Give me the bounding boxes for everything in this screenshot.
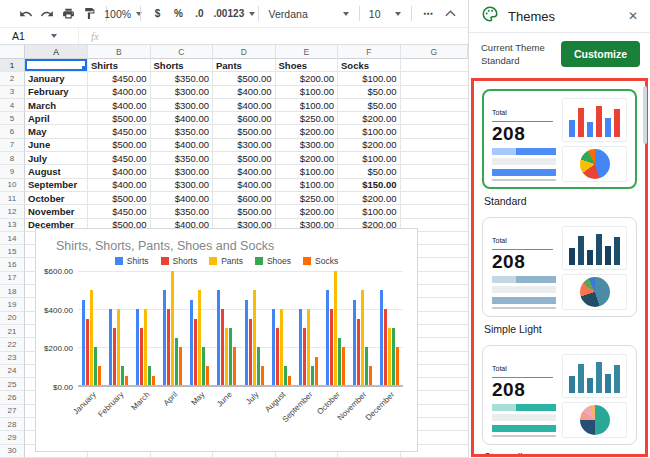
- cell-F9[interactable]: $50.00: [338, 165, 401, 178]
- cell-D9[interactable]: $400.00: [213, 165, 276, 178]
- cell-F12[interactable]: $100.00: [338, 205, 401, 218]
- row-header-3[interactable]: 3: [0, 86, 25, 99]
- cell-B1[interactable]: Shirts: [88, 59, 151, 72]
- cell-G1[interactable]: [401, 59, 469, 72]
- row-header-27[interactable]: 27: [0, 405, 25, 418]
- row-header-24[interactable]: 24: [0, 365, 25, 378]
- cell-D5[interactable]: $600.00: [213, 112, 276, 125]
- cell-D1[interactable]: Pants: [213, 59, 276, 72]
- cell-C11[interactable]: $400.00: [151, 192, 214, 205]
- cell-C3[interactable]: $300.00: [151, 86, 214, 99]
- row-header-20[interactable]: 20: [0, 312, 25, 325]
- cell-A4[interactable]: March: [25, 99, 88, 112]
- row-header-11[interactable]: 11: [0, 192, 25, 205]
- cell-C4[interactable]: $300.00: [151, 99, 214, 112]
- cell-E9[interactable]: $100.00: [276, 165, 339, 178]
- cell-F7[interactable]: $200.00: [338, 139, 401, 152]
- cell-A8[interactable]: July: [25, 152, 88, 165]
- row-header-12[interactable]: 12: [0, 205, 25, 218]
- embedded-chart[interactable]: Shirts, Shorts, Pants, Shoes and Socks S…: [35, 228, 418, 452]
- cell-G7[interactable]: [401, 139, 469, 152]
- row-header-7[interactable]: 7: [0, 139, 25, 152]
- zoom-select[interactable]: 100%: [113, 3, 133, 25]
- row-header-22[interactable]: 22: [0, 338, 25, 351]
- row-header-5[interactable]: 5: [0, 112, 25, 125]
- decrease-decimal-button[interactable]: .0: [189, 3, 209, 25]
- cell-G4[interactable]: [401, 99, 469, 112]
- cell-B4[interactable]: $400.00: [88, 99, 151, 112]
- row-header-21[interactable]: 21: [0, 325, 25, 338]
- theme-card-simple-light[interactable]: Total208: [482, 217, 637, 317]
- row-header-19[interactable]: 19: [0, 298, 25, 311]
- row-header-23[interactable]: 23: [0, 352, 25, 365]
- cell-D8[interactable]: $500.00: [213, 152, 276, 165]
- cell-E6[interactable]: $200.00: [276, 125, 339, 138]
- cell-B12[interactable]: $450.00: [88, 205, 151, 218]
- cell-E4[interactable]: $100.00: [276, 99, 339, 112]
- cell-A1[interactable]: [25, 59, 88, 72]
- print-icon[interactable]: [58, 3, 78, 25]
- col-header-E[interactable]: E: [276, 45, 339, 59]
- row-header-9[interactable]: 9: [0, 165, 25, 178]
- customize-button[interactable]: Customize: [561, 41, 640, 67]
- row-header-1[interactable]: 1: [0, 59, 25, 72]
- cell-E8[interactable]: $200.00: [276, 152, 339, 165]
- cell-B2[interactable]: $450.00: [88, 72, 151, 85]
- cell-C5[interactable]: $400.00: [151, 112, 214, 125]
- cell-D2[interactable]: $500.00: [213, 72, 276, 85]
- cell-A6[interactable]: May: [25, 125, 88, 138]
- cell-G6[interactable]: [401, 125, 469, 138]
- row-header-6[interactable]: 6: [0, 125, 25, 138]
- row-header-26[interactable]: 26: [0, 391, 25, 404]
- cell-E5[interactable]: $250.00: [276, 112, 339, 125]
- theme-card-streamline[interactable]: Total208: [482, 345, 637, 445]
- theme-card-standard[interactable]: Total208: [482, 89, 637, 189]
- cell-G3[interactable]: [401, 86, 469, 99]
- row-header-17[interactable]: 17: [0, 272, 25, 285]
- cell-D10[interactable]: $400.00: [213, 179, 276, 192]
- redo-icon[interactable]: [37, 3, 57, 25]
- font-size-select[interactable]: 10: [366, 3, 404, 25]
- col-header-G[interactable]: G: [401, 45, 469, 59]
- cell-C6[interactable]: $350.00: [151, 125, 214, 138]
- cell-E10[interactable]: $100.00: [276, 179, 339, 192]
- cell-C2[interactable]: $350.00: [151, 72, 214, 85]
- row-header-28[interactable]: 28: [0, 418, 25, 431]
- row-header-2[interactable]: 2: [0, 72, 25, 85]
- panel-scrollbar[interactable]: [643, 86, 647, 144]
- collapse-toolbar-icon[interactable]: [440, 3, 460, 25]
- row-header-30[interactable]: 30: [0, 445, 25, 458]
- cell-B6[interactable]: $450.00: [88, 125, 151, 138]
- cell-E3[interactable]: $100.00: [276, 86, 339, 99]
- font-select[interactable]: Verdana: [266, 3, 352, 25]
- cell-B10[interactable]: $400.00: [88, 179, 151, 192]
- cell-F11[interactable]: $200.00: [338, 192, 401, 205]
- row-header-8[interactable]: 8: [0, 152, 25, 165]
- cell-A7[interactable]: June: [25, 139, 88, 152]
- col-header-C[interactable]: C: [151, 45, 214, 59]
- row-header-10[interactable]: 10: [0, 179, 25, 192]
- row-header-15[interactable]: 15: [0, 245, 25, 258]
- cell-B11[interactable]: $500.00: [88, 192, 151, 205]
- cell-F5[interactable]: $200.00: [338, 112, 401, 125]
- close-icon[interactable]: ✕: [628, 9, 638, 23]
- cell-E1[interactable]: Shoes: [276, 59, 339, 72]
- cell-C9[interactable]: $300.00: [151, 165, 214, 178]
- cell-A11[interactable]: October: [25, 192, 88, 205]
- cell-A2[interactable]: January: [25, 72, 88, 85]
- cell-C1[interactable]: Shorts: [151, 59, 214, 72]
- cell-D11[interactable]: $600.00: [213, 192, 276, 205]
- cell-G8[interactable]: [401, 152, 469, 165]
- cell-F1[interactable]: Socks: [338, 59, 401, 72]
- select-all-corner[interactable]: [0, 45, 25, 59]
- cell-G9[interactable]: [401, 165, 469, 178]
- cell-B8[interactable]: $450.00: [88, 152, 151, 165]
- row-header-25[interactable]: 25: [0, 378, 25, 391]
- cell-D6[interactable]: $500.00: [213, 125, 276, 138]
- cell-D4[interactable]: $400.00: [213, 99, 276, 112]
- more-toolbar-button[interactable]: ⋯: [418, 3, 438, 25]
- cell-A3[interactable]: February: [25, 86, 88, 99]
- cell-C8[interactable]: $350.00: [151, 152, 214, 165]
- cell-C7[interactable]: $400.00: [151, 139, 214, 152]
- cell-B5[interactable]: $500.00: [88, 112, 151, 125]
